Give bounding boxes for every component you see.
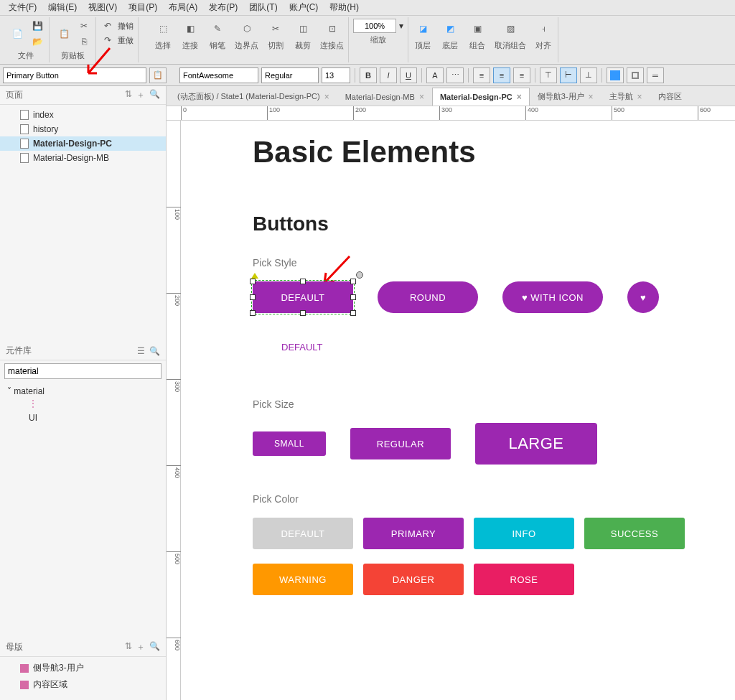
zoom-input[interactable] — [353, 19, 396, 33]
align-right-button[interactable]: ≡ — [513, 67, 530, 83]
round-button[interactable]: ROUND — [378, 281, 478, 313]
close-icon[interactable]: × — [637, 92, 642, 102]
fill-color-button[interactable] — [607, 67, 624, 83]
default-button[interactable]: DEFAULT — [253, 281, 353, 313]
master-sort-icon[interactable]: ⇅ — [125, 641, 132, 653]
tab[interactable]: (动态面板) / State1 (Material-Design-PC)× — [169, 87, 337, 106]
border-style-button[interactable]: ═ — [647, 67, 664, 83]
resize-handle[interactable] — [250, 294, 256, 300]
underline-button[interactable]: U — [400, 67, 417, 83]
valign-bottom-button[interactable]: ⊥ — [580, 67, 597, 83]
element-pick-icon[interactable]: 📋 — [149, 67, 167, 83]
open-icon[interactable]: 📂 — [30, 34, 45, 49]
font-family-select[interactable] — [179, 67, 258, 83]
color-info-button[interactable]: INFO — [474, 518, 574, 549]
selected-element[interactable]: DEFAULT — [253, 281, 353, 313]
bring-front-icon[interactable]: ◪ — [413, 19, 433, 39]
group-icon[interactable]: ▣ — [467, 19, 487, 39]
crop-tool-icon[interactable]: ◫ — [293, 19, 313, 39]
tab[interactable]: 内容区 — [650, 87, 690, 106]
menu-help[interactable]: 帮助(H) — [324, 0, 365, 15]
page-item[interactable]: index — [0, 108, 166, 122]
copy-icon[interactable]: ⎘ — [77, 34, 91, 49]
resize-handle[interactable] — [350, 294, 356, 300]
master-item[interactable]: 侧导航3-用户 — [0, 660, 166, 676]
menu-view[interactable]: 视图(V) — [83, 0, 123, 15]
add-page-icon[interactable]: ＋ — [136, 89, 145, 101]
lib-item[interactable]: UI — [7, 411, 159, 425]
resize-handle[interactable] — [250, 279, 256, 284]
align-left-button[interactable]: ≡ — [473, 67, 490, 83]
font-size-select[interactable] — [322, 67, 350, 83]
font-weight-select[interactable] — [261, 67, 319, 83]
bold-button[interactable]: B — [360, 67, 377, 83]
color-success-button[interactable]: SUCCESS — [584, 518, 685, 549]
select-tool-icon[interactable]: ⬚ — [153, 19, 173, 39]
slice-tool-icon[interactable]: ✂ — [266, 19, 286, 39]
save-icon[interactable]: 💾 — [30, 19, 45, 33]
align-center-button[interactable]: ≡ — [493, 67, 510, 83]
menu-layout[interactable]: 布局(A) — [163, 0, 203, 15]
font-color-button[interactable]: A — [426, 67, 444, 83]
close-icon[interactable]: × — [589, 92, 594, 102]
menu-account[interactable]: 账户(C) — [284, 0, 324, 15]
master-search-icon[interactable]: 🔍 — [149, 641, 160, 653]
page-item-selected[interactable]: Material-Design-PC — [0, 136, 166, 151]
ungroup-icon[interactable]: ▨ — [500, 19, 520, 39]
tab-active[interactable]: Material-Design-PC× — [432, 88, 530, 106]
search-page-icon[interactable]: 🔍 — [149, 89, 160, 101]
regular-button[interactable]: REGULAR — [350, 428, 451, 459]
tab[interactable]: Material-Design-MB× — [337, 88, 432, 106]
italic-button[interactable]: I — [380, 67, 397, 83]
resize-handle[interactable] — [350, 310, 356, 316]
close-icon[interactable]: × — [324, 92, 329, 102]
boundary-tool-icon[interactable]: ⬡ — [237, 19, 257, 39]
color-danger-button[interactable]: DANGER — [363, 564, 464, 595]
valign-middle-button[interactable]: ⊢ — [560, 67, 577, 83]
page-item[interactable]: Material-Design-MB — [0, 151, 166, 165]
color-warning-button[interactable]: WARNING — [253, 564, 353, 595]
page-item[interactable]: history — [0, 122, 166, 136]
text-button[interactable]: DEFAULT — [281, 342, 323, 353]
tab[interactable]: 侧导航3-用户× — [530, 87, 601, 106]
rotate-origin-icon[interactable] — [251, 273, 258, 279]
more-text-icon[interactable]: ⋯ — [446, 67, 464, 83]
color-rose-button[interactable]: ROSE — [474, 564, 574, 595]
lib-root[interactable]: ˅ material — [7, 386, 159, 396]
menu-file[interactable]: 文件(F) — [3, 0, 42, 15]
redo-icon[interactable]: ↷ — [100, 33, 115, 47]
page-sort-icon[interactable]: ⇅ — [125, 89, 132, 101]
element-name-input[interactable] — [3, 67, 146, 83]
menu-edit[interactable]: 编辑(E) — [42, 0, 83, 15]
library-search-input[interactable] — [4, 363, 161, 379]
close-icon[interactable]: × — [419, 92, 424, 102]
paste-icon[interactable]: 📋 — [54, 24, 74, 44]
color-default-button[interactable]: DEFAULT — [253, 518, 353, 549]
new-file-icon[interactable]: 📄 — [7, 24, 27, 44]
add-master-icon[interactable]: ＋ — [136, 641, 145, 653]
pen-tool-icon[interactable]: ✎ — [207, 19, 228, 39]
connector-tool-icon[interactable]: ⊡ — [322, 19, 342, 39]
resize-handle[interactable] — [300, 279, 306, 284]
small-button[interactable]: SMALL — [253, 431, 326, 456]
icon-only-button[interactable]: ♥ — [627, 281, 659, 313]
menu-team[interactable]: 团队(T) — [243, 0, 283, 15]
send-back-icon[interactable]: ◩ — [440, 19, 460, 39]
align-icon[interactable]: ⫞ — [533, 19, 553, 39]
zoom-dropdown-icon[interactable]: ▾ — [399, 21, 403, 31]
master-item[interactable]: 内容区域 — [0, 676, 166, 693]
resize-handle[interactable] — [300, 310, 306, 316]
border-color-button[interactable] — [627, 67, 644, 83]
connect-tool-icon[interactable]: ◧ — [180, 19, 200, 39]
lib-search-icon[interactable]: 🔍 — [149, 346, 160, 356]
color-primary-button[interactable]: PRIMARY — [363, 518, 464, 549]
with-icon-button[interactable]: WITH ICON — [502, 281, 603, 313]
close-icon[interactable]: × — [517, 92, 522, 102]
undo-icon[interactable]: ↶ — [100, 19, 115, 33]
rotate-handle-icon[interactable] — [356, 271, 363, 279]
design-canvas[interactable]: Basic Elements Buttons Pick Style DEFAUL… — [181, 121, 735, 700]
tab[interactable]: 主导航× — [601, 87, 650, 106]
lib-menu-icon[interactable]: ☰ — [137, 346, 145, 356]
menu-project[interactable]: 项目(P) — [123, 0, 163, 15]
resize-handle[interactable] — [250, 310, 256, 316]
